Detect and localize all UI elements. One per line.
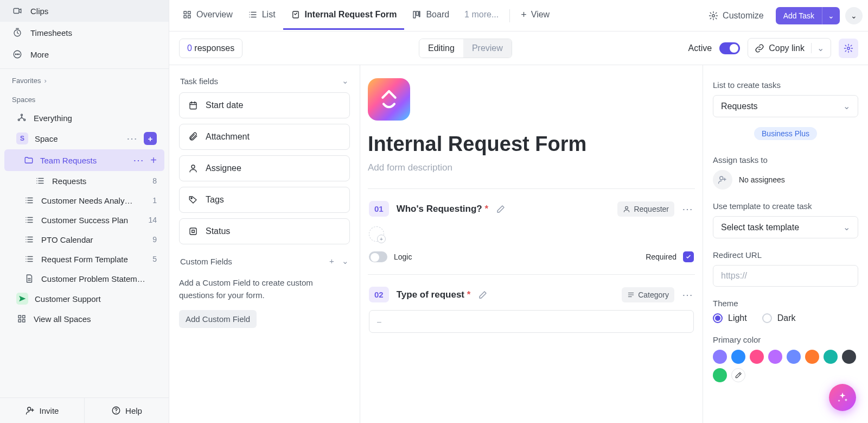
label: Tags	[206, 195, 224, 205]
swatch[interactable]	[713, 368, 727, 382]
field-assignee[interactable]: Assignee	[179, 155, 350, 181]
help-button[interactable]: Help	[84, 398, 169, 423]
value: Requests	[721, 102, 758, 111]
customize-button[interactable]: Customize	[702, 7, 770, 25]
dropdown-placeholder[interactable]: –	[369, 310, 694, 333]
sidebar-item-requests[interactable]: Requests 8	[4, 171, 164, 191]
theme-light-option[interactable]: Light	[713, 313, 747, 323]
add-custom-field-button[interactable]: Add Custom Field	[179, 310, 257, 328]
label: View all Spaces	[34, 314, 91, 324]
logic-toggle[interactable]	[369, 251, 387, 262]
label: View	[531, 10, 550, 20]
redirect-input[interactable]	[713, 265, 858, 287]
theme-dark-option[interactable]: Dark	[762, 313, 796, 323]
edit-icon[interactable]	[496, 204, 506, 214]
chevron-down-icon[interactable]: ⌄	[822, 7, 840, 24]
sidebar-list-item[interactable]: Customer Problem Statem…	[4, 269, 164, 288]
sidebar-list-item[interactable]: Customer Success Plan 14	[4, 210, 164, 230]
eyedropper-button[interactable]	[731, 368, 745, 382]
active-toggle[interactable]	[719, 42, 740, 54]
sidebar-item-more[interactable]: More	[0, 43, 169, 65]
svg-rect-12	[23, 320, 25, 323]
swatch[interactable]	[713, 350, 727, 364]
svg-point-26	[192, 165, 195, 168]
chevron-down-icon[interactable]: ⌄	[342, 256, 349, 266]
swatch[interactable]	[842, 350, 856, 364]
tab-more[interactable]: 1 more...	[457, 1, 506, 30]
task-fields-header[interactable]: Task fields ⌄	[179, 74, 350, 92]
swatch[interactable]	[824, 350, 838, 364]
more-icon[interactable]: ⋯	[133, 154, 145, 167]
more-icon[interactable]: ⋯	[682, 288, 694, 301]
list-icon	[24, 234, 35, 245]
swatch[interactable]	[750, 350, 764, 364]
settings-button[interactable]	[839, 39, 858, 58]
invite-button[interactable]: Invite	[0, 398, 84, 423]
add-view[interactable]: + View	[513, 1, 557, 31]
field-tags[interactable]: Tags	[179, 187, 350, 213]
preview-tab[interactable]: Preview	[463, 39, 512, 58]
tab-list[interactable]: List	[240, 1, 283, 30]
label: Redirect URL	[713, 250, 858, 260]
sidebar-item-timesheets[interactable]: Timesheets	[0, 22, 169, 43]
swatch[interactable]	[731, 350, 745, 364]
sidebar-list-item[interactable]: Request Form Template 5	[4, 249, 164, 269]
add-button[interactable]: +	[150, 154, 157, 167]
responses-button[interactable]: 0 responses	[179, 39, 242, 58]
more-icon[interactable]: ⋯	[682, 203, 694, 216]
label: Customer Problem Statem…	[41, 274, 145, 283]
copy-link-button[interactable]: Copy link ⌄	[748, 38, 831, 58]
question-card-1[interactable]: 01 Who's Requesting? * Requester ⋯ Logic	[368, 188, 695, 274]
favorites-section[interactable]: Favorites ›	[0, 69, 169, 88]
field-start-date[interactable]: Start date	[179, 92, 350, 118]
form-description[interactable]: Add form description	[368, 162, 695, 173]
list-select[interactable]: Requests ⌄	[713, 95, 858, 117]
chevron-down-icon[interactable]: ⌄	[811, 43, 824, 53]
edit-icon[interactable]	[478, 290, 488, 300]
more-icon	[12, 49, 23, 60]
sidebar-item-everything[interactable]: Everything	[4, 108, 164, 128]
tab-board[interactable]: Board	[404, 1, 457, 30]
sidebar-item-clips[interactable]: Clips	[0, 0, 169, 22]
label: Invite	[40, 406, 59, 415]
sidebar-item-team-requests[interactable]: Team Requests ⋯ +	[4, 149, 164, 171]
sidebar-item-view-all[interactable]: View all Spaces	[4, 309, 164, 329]
tab-form[interactable]: Internal Request Form	[283, 1, 405, 30]
assignee-select[interactable]: No assignees	[713, 170, 858, 190]
ai-fab[interactable]	[829, 384, 856, 411]
label: Status	[206, 226, 230, 236]
field-attachment[interactable]: Attachment	[179, 124, 350, 150]
sidebar-item-space[interactable]: S Space ⋯ +	[4, 128, 164, 149]
swatch[interactable]	[768, 350, 782, 364]
sidebar-list-item[interactable]: PTO Calendar 9	[4, 230, 164, 249]
field-status[interactable]: Status	[179, 218, 350, 244]
field-type-chip[interactable]: Requester	[617, 201, 674, 217]
tab-overview[interactable]: Overview	[175, 1, 240, 30]
question-number: 02	[369, 287, 389, 302]
svg-rect-17	[184, 16, 187, 18]
sidebar-list-item[interactable]: Customer Needs Analy… 1	[4, 191, 164, 210]
svg-rect-0	[14, 9, 19, 14]
required-checkbox[interactable]	[683, 251, 694, 262]
value: Select task template	[721, 223, 799, 232]
svg-rect-28	[190, 228, 196, 235]
label: Copy link	[769, 43, 805, 53]
add-icon[interactable]: +	[329, 256, 334, 266]
add-task-button[interactable]: Add Task ⌄	[776, 7, 840, 24]
expand-button[interactable]: ⌄	[845, 7, 863, 24]
swatch[interactable]	[787, 350, 801, 364]
svg-point-30	[626, 206, 628, 209]
field-type-chip[interactable]: Category	[622, 287, 674, 302]
editing-tab[interactable]: Editing	[419, 39, 463, 58]
form-title[interactable]: Internal Request Form	[368, 132, 695, 156]
sidebar-item-customer-support[interactable]: Customer Support	[4, 288, 164, 309]
template-select[interactable]: Select task template ⌄	[713, 216, 858, 238]
label: Theme	[713, 299, 858, 308]
svg-rect-20	[413, 11, 416, 18]
question-card-2[interactable]: 02 Type of request * Category ⋯ –	[368, 274, 695, 345]
assignee-placeholder[interactable]	[369, 226, 384, 242]
brand-logo	[368, 78, 410, 121]
swatch[interactable]	[805, 350, 819, 364]
add-button[interactable]: +	[144, 132, 157, 145]
more-icon[interactable]: ⋯	[126, 132, 138, 145]
